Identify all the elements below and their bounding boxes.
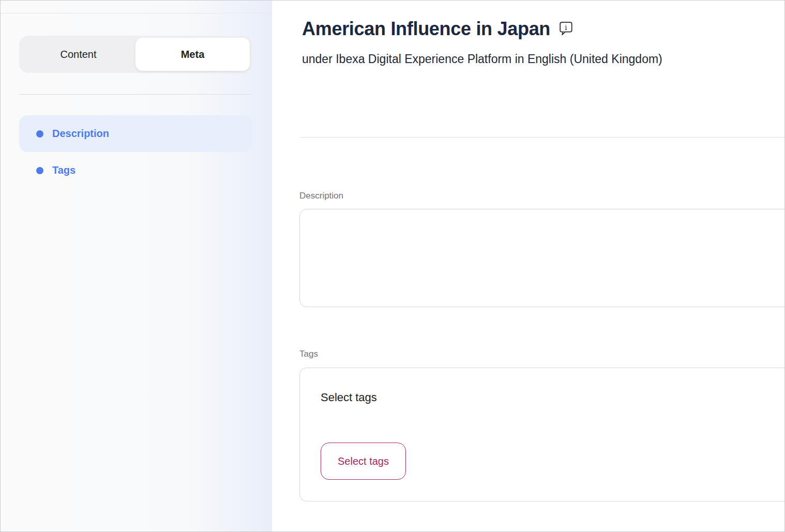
tab-meta[interactable]: Meta [135,38,250,71]
bullet-dot-icon [36,167,43,174]
content-meta-tab-toggle: Content Meta [19,36,252,73]
sidebar-item-label: Tags [52,164,76,176]
description-textarea[interactable] [299,209,784,307]
sidebar-item-description[interactable]: Description [19,115,252,152]
main-content: American Influence in Japan i under Ibex… [272,1,784,531]
tags-picker-label: Select tags [321,391,779,404]
anchor-nav: Description Tags [19,115,252,189]
bullet-dot-icon [36,130,43,138]
sidebar-item-tags[interactable]: Tags [19,152,252,189]
select-tags-button[interactable]: Select tags [321,443,406,480]
description-field-label: Description [299,191,784,201]
info-tooltip-icon[interactable]: i [560,22,573,36]
tab-content[interactable]: Content [21,38,135,71]
tags-field-label: Tags [299,349,784,359]
title-row: American Influence in Japan i [302,18,784,40]
sidebar-top-strip [1,1,272,13]
location-subtitle: under Ibexa Digital Experience Platform … [302,52,784,66]
tags-field-card: Select tags Select tags [299,368,784,501]
meta-edit-page: { "sidebar": { "tabs": { "content_label"… [0,0,785,532]
sidebar-content: Content Meta Description Tags [1,36,272,189]
sidebar-divider [19,94,252,95]
section-divider [299,137,784,138]
page-title: American Influence in Japan [302,18,550,40]
sidebar-item-label: Description [52,128,109,140]
svg-text:i: i [565,23,567,32]
meta-sidebar: Content Meta Description Tags [1,1,272,531]
